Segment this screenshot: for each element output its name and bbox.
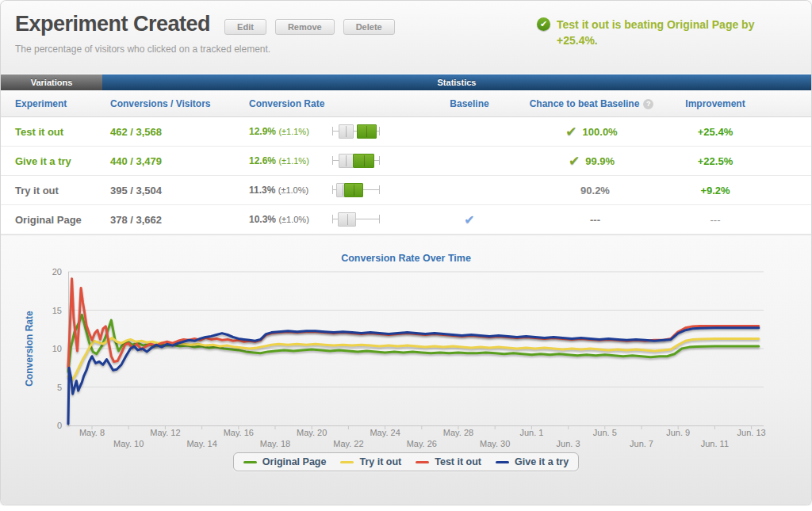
legend-line-swatch <box>340 461 354 463</box>
conversions-value: 440 / 3,479 <box>110 155 239 167</box>
svg-text:May. 10: May. 10 <box>113 439 144 448</box>
svg-text:May. 16: May. 16 <box>224 428 254 437</box>
confidence-boxplot <box>332 153 380 169</box>
delete-button[interactable]: Delete <box>343 19 395 35</box>
conversions-value: 462 / 3,568 <box>110 126 239 138</box>
svg-text:May. 28: May. 28 <box>443 428 473 437</box>
confidence-boxplot <box>332 182 380 198</box>
winner-status: ✔ Test it out is beating Original Page b… <box>537 17 799 49</box>
confidence-boxplot <box>332 124 380 139</box>
col-conversions: Conversions / Visitors <box>110 98 239 109</box>
table-row: Try it out 395 / 3,504 11.3% (±1.0%) 90.… <box>1 176 811 205</box>
svg-text:0: 0 <box>57 421 62 430</box>
svg-text:20: 20 <box>52 267 62 276</box>
experiment-description: The percentage of visitors who clicked o… <box>15 44 395 55</box>
chart-title: Conversion Rate Over Time <box>1 235 811 264</box>
table-row: Test it out 462 / 3,568 12.9% (±1.1%) ✔1… <box>1 117 811 147</box>
svg-text:Jun. 3: Jun. 3 <box>557 439 580 448</box>
table-header: Experiment Conversions / Visitors Conver… <box>1 90 811 117</box>
chance-check-icon: ✔ <box>569 154 580 168</box>
tab-variations: Variations <box>1 74 102 90</box>
legend-label: Try it out <box>359 456 401 467</box>
variation-name: Give it a try <box>1 155 110 167</box>
chance-check-icon: ✔ <box>565 125 576 139</box>
improvement-value: +25.4% <box>698 126 733 138</box>
edit-button[interactable]: Edit <box>224 19 266 35</box>
svg-text:10: 10 <box>52 344 62 353</box>
conversion-rate-value: 12.9% (±1.1%) <box>239 126 326 137</box>
col-rate: Conversion Rate <box>239 98 326 109</box>
svg-text:May. 18: May. 18 <box>260 439 290 448</box>
header: Experiment Created Edit Remove Delete Th… <box>1 1 811 74</box>
improvement-value: --- <box>710 214 721 226</box>
page-title: Experiment Created <box>15 12 210 36</box>
svg-text:Jun. 11: Jun. 11 <box>701 439 729 448</box>
legend-label: Original Page <box>262 456 327 467</box>
svg-text:15: 15 <box>52 306 62 315</box>
legend-line-swatch <box>496 461 509 463</box>
help-icon[interactable]: ? <box>643 99 653 109</box>
conversion-rate-value: 10.3% (±1.0%) <box>239 214 326 225</box>
table-row: Give it a try 440 / 3,479 12.6% (±1.1%) … <box>1 147 811 176</box>
table-row: Original Page 378 / 3,662 10.3% (±1.0%) … <box>1 205 811 235</box>
legend-item[interactable]: Original Page <box>243 456 327 467</box>
conversion-rate-value: 12.6% (±1.1%) <box>239 155 326 166</box>
svg-text:Jun. 9: Jun. 9 <box>666 428 690 437</box>
conversions-value: 378 / 3,662 <box>110 214 239 226</box>
legend-line-swatch <box>243 461 257 463</box>
improvement-value: +9.2% <box>700 185 730 196</box>
conversion-rate-chart: 05101520May. 8May. 10May. 12May. 14May. … <box>1 265 811 451</box>
legend-line-swatch <box>416 461 429 463</box>
conversions-value: 395 / 3,504 <box>110 185 239 196</box>
svg-text:5: 5 <box>57 383 62 392</box>
legend-item[interactable]: Try it out <box>340 456 401 467</box>
svg-text:Jun. 7: Jun. 7 <box>630 439 653 448</box>
variation-name: Original Page <box>1 214 110 226</box>
col-experiment: Experiment <box>1 98 110 109</box>
remove-button[interactable]: Remove <box>275 19 335 35</box>
svg-text:May. 14: May. 14 <box>186 439 216 448</box>
legend-label: Give it a try <box>515 456 569 467</box>
svg-text:May. 30: May. 30 <box>480 439 510 448</box>
winner-message: Test it out is beating Original Page by … <box>557 17 795 49</box>
svg-text:May. 8: May. 8 <box>79 428 105 437</box>
confidence-boxplot <box>332 212 380 227</box>
baseline-check-icon: ✔ <box>464 213 474 227</box>
tab-bar: Variations Statistics <box>1 74 811 90</box>
col-chance: Chance to beat Baseline? <box>524 98 659 109</box>
chance-value: 90.2% <box>580 185 610 196</box>
tab-statistics: Statistics <box>102 74 811 90</box>
legend-item[interactable]: Give it a try <box>496 456 569 467</box>
chance-value: --- <box>590 214 600 226</box>
legend-label: Test it out <box>435 456 481 467</box>
svg-text:May. 24: May. 24 <box>370 428 400 437</box>
legend-item[interactable]: Test it out <box>416 456 481 467</box>
chance-value: 99.9% <box>585 155 615 167</box>
chart-section: Conversion Rate Over Time 05101520May. 8… <box>1 235 811 505</box>
conversion-rate-value: 11.3% (±1.0%) <box>239 185 326 196</box>
improvement-value: +22.5% <box>698 155 733 167</box>
svg-text:Conversion Rate: Conversion Rate <box>24 311 35 387</box>
svg-text:Jun. 13: Jun. 13 <box>737 428 766 437</box>
svg-text:May. 12: May. 12 <box>150 428 180 437</box>
svg-text:Jun. 1: Jun. 1 <box>519 428 543 437</box>
col-improvement: Improvement <box>659 98 812 109</box>
chance-value: 100.0% <box>583 126 618 138</box>
variation-name: Try it out <box>1 185 110 196</box>
svg-text:May. 22: May. 22 <box>333 439 363 448</box>
svg-text:May. 26: May. 26 <box>407 439 437 448</box>
chart-legend: Original PageTry it outTest it outGive i… <box>1 452 811 471</box>
svg-text:May. 20: May. 20 <box>297 428 327 437</box>
variation-name: Test it out <box>1 126 110 138</box>
svg-text:Jun. 5: Jun. 5 <box>593 428 617 437</box>
col-baseline: Baseline <box>404 98 524 109</box>
check-circle-icon: ✔ <box>537 17 550 31</box>
experiment-results-card: Experiment Created Edit Remove Delete Th… <box>0 0 812 505</box>
